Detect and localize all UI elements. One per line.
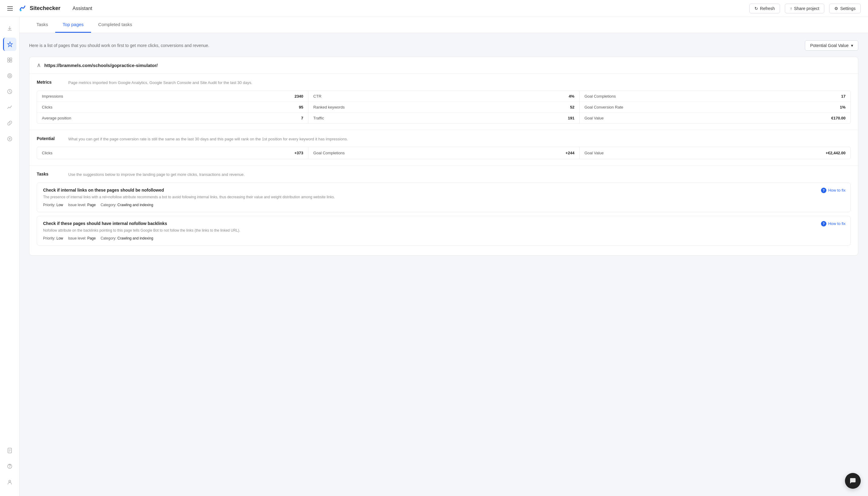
tasks-section: Tasks Use the suggestions below to impro…: [29, 166, 858, 255]
svg-rect-4: [10, 58, 12, 60]
goals-icon: [7, 89, 13, 95]
task-issue-level-2: Page: [87, 236, 95, 241]
app-name: Sitechecker: [30, 5, 60, 12]
task-title-2: Check if these pages should have interna…: [43, 221, 844, 226]
task-priority-1: Low: [57, 203, 63, 207]
hamburger-menu[interactable]: [7, 6, 13, 11]
metric-ctr: CTR 4%: [308, 91, 579, 102]
sort-dropdown[interactable]: Potential Goal Value ▾: [805, 40, 858, 51]
metric-clicks: Clicks 95: [37, 102, 308, 113]
sidebar-item-assistant[interactable]: [3, 37, 16, 51]
metrics-label: Metrics: [37, 80, 61, 84]
settings-icon: ⚙: [834, 6, 838, 11]
sidebar-bottom: [3, 444, 16, 491]
metrics-col-3: Goal Completions 17 Goal Conversion Rate…: [579, 91, 850, 123]
metrics-col-1: Impressions 2340 Clicks 95 Average posit…: [37, 91, 308, 123]
sidebar-item-help[interactable]: [3, 460, 16, 473]
task-issue-level-1: Page: [87, 203, 95, 207]
tab-completed-tasks[interactable]: Completed tasks: [91, 17, 139, 33]
chat-icon: [849, 477, 856, 484]
sidebar-item-reports[interactable]: [3, 53, 16, 67]
svg-rect-5: [8, 60, 10, 62]
sidebar-item-add[interactable]: [3, 132, 16, 145]
sidebar-item-chart[interactable]: [3, 100, 16, 114]
tab-top-pages[interactable]: Top pages: [55, 17, 91, 33]
page-header-title: Assistant: [73, 6, 92, 11]
metric-impressions: Impressions 2340: [37, 91, 308, 102]
metrics-desc: Page metrics imported from Google Analyt…: [68, 80, 252, 86]
metric-goal-completions: Goal Completions 17: [580, 91, 850, 102]
task-meta-1: Priority: Low Issue level: Page Category…: [43, 203, 844, 207]
metrics-col-2: CTR 4% Ranked keywords 52 Traffic 191: [308, 91, 579, 123]
svg-marker-2: [8, 42, 12, 47]
task-item-1: ? How to fix Check if internal links on …: [37, 183, 851, 212]
metric-goal-value: Goal Value €170.00: [580, 113, 850, 123]
metrics-section: Metrics Page metrics imported from Googl…: [29, 74, 858, 130]
sidebar-item-profile[interactable]: [3, 475, 16, 489]
svg-rect-6: [10, 60, 12, 62]
svg-point-13: [9, 480, 11, 482]
tasks-header: Tasks Use the suggestions below to impro…: [37, 172, 851, 178]
sidebar-item-goals[interactable]: [3, 85, 16, 98]
metrics-header: Metrics Page metrics imported from Googl…: [37, 80, 851, 86]
refresh-button[interactable]: ↻ Refresh: [749, 4, 780, 13]
sidebar-item-analytics[interactable]: [3, 69, 16, 82]
add-icon: [7, 136, 13, 142]
download-icon: [7, 26, 13, 32]
logo-area: Sitechecker: [18, 4, 60, 13]
sort-label: Potential Goal Value: [810, 43, 849, 48]
share-icon: ↑: [790, 6, 792, 11]
task-category-1: Crawling and indexing: [118, 203, 153, 207]
potential-header: Potential What you can get if the page c…: [37, 136, 851, 142]
how-to-fix-icon-2: ?: [821, 221, 826, 227]
tabs-bar: Tasks Top pages Completed tasks: [19, 17, 868, 33]
potential-clicks: Clicks +373: [37, 147, 308, 159]
metric-goal-conversion-rate: Goal Conversion Rate 1%: [580, 102, 850, 113]
metric-traffic: Traffic 191: [308, 113, 579, 123]
potential-goal-value: Goal Value +€2,442.00: [579, 147, 850, 159]
task-item-2: ? How to fix Check if these pages should…: [37, 216, 851, 246]
task-meta-2: Priority: Low Issue level: Page Category…: [43, 236, 844, 241]
potential-desc: What you can get if the page conversion …: [68, 136, 348, 142]
tasks-label: Tasks: [37, 172, 61, 176]
grid-icon: [7, 57, 13, 63]
tab-tasks[interactable]: Tasks: [29, 17, 55, 33]
url-card-header: ∧ https://brammels.com/schools/gopractic…: [29, 57, 858, 74]
potential-section: Potential What you can get if the page c…: [29, 130, 858, 166]
how-to-fix-button-1[interactable]: ? How to fix: [821, 188, 845, 193]
sidebar-item-links[interactable]: [3, 117, 16, 130]
tasks-desc: Use the suggestions below to improve the…: [68, 172, 245, 178]
how-to-fix-button-2[interactable]: ? How to fix: [821, 221, 845, 227]
svg-point-7: [8, 74, 12, 78]
refresh-icon: ↻: [754, 6, 758, 11]
share-project-button[interactable]: ↑ Share project: [785, 4, 824, 13]
chart-icon: [7, 104, 13, 110]
collapse-button[interactable]: ∧: [37, 62, 41, 68]
page-body: Here is a list of pages that you should …: [19, 33, 868, 268]
task-desc-1: The presence of internal links with a re…: [43, 194, 844, 200]
svg-rect-3: [8, 58, 10, 60]
link-icon: [7, 120, 13, 126]
chat-fab-button[interactable]: [845, 473, 861, 489]
document-icon: [7, 448, 13, 453]
top-nav: Sitechecker Assistant ↻ Refresh ↑ Share …: [0, 0, 868, 17]
chevron-down-icon: ▾: [851, 43, 853, 48]
url-card-url: https://brammels.com/schools/gopractice-…: [44, 63, 158, 68]
metric-ranked-keywords: Ranked keywords 52: [308, 102, 579, 113]
sidebar: [0, 17, 19, 496]
magic-icon: [7, 41, 13, 47]
task-priority-2: Low: [57, 236, 63, 241]
task-category-2: Crawling and indexing: [118, 236, 153, 241]
sidebar-item-download[interactable]: [3, 22, 16, 35]
analytics-icon: [7, 73, 13, 79]
page-description-row: Here is a list of pages that you should …: [29, 40, 858, 51]
metric-avg-position: Average position 7: [37, 113, 308, 123]
svg-point-8: [9, 75, 11, 77]
how-to-fix-icon-1: ?: [821, 188, 826, 193]
sidebar-item-document[interactable]: [3, 444, 16, 457]
potential-grid: Clicks +373 Goal Completions +244 Goal V…: [37, 147, 851, 159]
metrics-grid: Impressions 2340 Clicks 95 Average posit…: [37, 91, 851, 124]
url-card: ∧ https://brammels.com/schools/gopractic…: [29, 57, 858, 255]
settings-button[interactable]: ⚙ Settings: [829, 4, 861, 13]
sitechecker-logo-icon: [18, 4, 27, 13]
